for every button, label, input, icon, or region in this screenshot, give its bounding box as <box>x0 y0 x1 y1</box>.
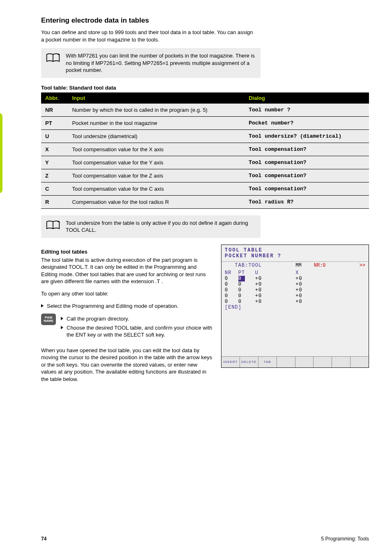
softkey-empty <box>350 357 369 367</box>
cell-abbr: X <box>41 143 68 156</box>
cell-abbr: Y <box>41 156 68 169</box>
note-text-2: Tool undersize from the table is only ac… <box>66 219 256 234</box>
note-book-icon <box>46 219 60 230</box>
table-row: CTool compensation value for the C axisT… <box>41 182 369 195</box>
note-block-mp7261: With MP7261 you can limit the number of … <box>41 48 261 78</box>
screen-nr: NR:0 <box>314 263 326 268</box>
th-input: Input <box>68 92 244 104</box>
softkey-empty <box>277 357 295 367</box>
screen-mm: MM <box>295 263 301 268</box>
screen-tab-label: TAB:TOOL <box>225 263 262 268</box>
table-title: Tool table: Standard tool data <box>41 85 369 91</box>
cell-abbr: R <box>41 195 68 208</box>
tool-table-screenshot: TOOL TABLE POCKET NUMBER ? TAB:TOOL MM N… <box>221 245 369 368</box>
table-row: YTool compensation value for the Y axisT… <box>41 156 369 169</box>
softkey-empty <box>295 357 314 367</box>
cell-dialog: Tool compensation? <box>244 182 369 195</box>
tool-data-table: Abbr. Input Dialog NRNumber by which the… <box>41 92 369 209</box>
key-step: Call the program directory. <box>61 315 213 323</box>
cell-dialog: Tool undersize? (diametrical) <box>244 129 369 143</box>
cell-dialog: Tool compensation? <box>244 156 369 169</box>
table-row: ZTool compensation value for the Z axisT… <box>41 169 369 182</box>
screen-title: TOOL TABLE POCKET NUMBER ? <box>221 245 369 262</box>
chapter-label: 5 Programming: Tools <box>321 536 369 542</box>
cell-input: Pocket number in the tool magazine <box>68 116 244 129</box>
cell-input: Tool compensation value for the C axis <box>68 182 244 195</box>
table-row: UTool undersize (diametrical)Tool unders… <box>41 129 369 143</box>
section-title: Entering electrode data in tables <box>41 16 369 25</box>
cell-abbr: U <box>41 129 68 143</box>
section-side-tab: 5.1 Electrodes <box>0 119 22 193</box>
note-block-undersize: Tool undersize from the table is only ac… <box>41 215 261 238</box>
cell-input: Tool compensation value for the Z axis <box>68 169 244 182</box>
editing-after-paragraph: When you have opened the tool table, you… <box>41 347 213 383</box>
cell-input: Number by which the tool is called in th… <box>68 104 244 117</box>
softkey-delete[interactable]: DELETE <box>240 357 258 367</box>
cell-input: Compensation value for the tool radius R <box>68 195 244 208</box>
table-row: RCompensation value for the tool radius … <box>41 195 369 208</box>
page-number: 74 <box>41 536 46 542</box>
key-step: Choose the desired TOOL table, and confi… <box>61 324 213 339</box>
cell-input: Tool compensation value for the X axis <box>68 143 244 156</box>
table-row: XTool compensation value for the X axisT… <box>41 143 369 156</box>
table-row: NRNumber by which the tool is called in … <box>41 104 369 117</box>
softkey-empty <box>314 357 332 367</box>
th-abbr: Abbr. <box>41 92 68 104</box>
table-row: PTPocket number in the tool magazinePock… <box>41 116 369 129</box>
softkey-tab[interactable]: TAB <box>258 357 277 367</box>
screen-scroll-arrows-icon[interactable]: >> <box>360 263 365 268</box>
cell-dialog: Tool number ? <box>244 104 369 117</box>
cell-dialog: Tool compensation? <box>244 169 369 182</box>
cell-abbr: PT <box>41 116 68 129</box>
cell-input: Tool compensation value for the Y axis <box>68 156 244 169</box>
softkey-insert[interactable]: INSERT <box>221 357 240 367</box>
cell-abbr: NR <box>41 104 68 117</box>
note-book-icon <box>46 52 60 63</box>
editing-paragraph: The tool table that is active during exe… <box>41 256 213 285</box>
pgm-name-key[interactable]: PGM NAME <box>41 314 56 325</box>
cell-input: Tool undersize (diametrical) <box>68 129 244 143</box>
editing-subtitle: Editing tool tables <box>41 249 213 255</box>
cell-dialog: Tool compensation? <box>244 143 369 156</box>
cell-abbr: Z <box>41 169 68 182</box>
side-tab-label: 5.1 Electrodes <box>0 113 2 193</box>
note-text-1: With MP7261 you can limit the number of … <box>66 52 256 74</box>
page-footer: 74 5 Programming: Tools <box>41 536 369 542</box>
softkey-empty <box>332 357 350 367</box>
cell-abbr: C <box>41 182 68 195</box>
intro-paragraph: You can define and store up to 999 tools… <box>41 29 255 43</box>
cell-dialog: Pocket number? <box>244 116 369 129</box>
step-select-mode: Select the Programming and Editing mode … <box>41 302 213 310</box>
th-dialog: Dialog <box>244 92 369 104</box>
cell-dialog: Tool radius R? <box>244 195 369 208</box>
open-paragraph: To open any other tool table: <box>41 290 213 298</box>
